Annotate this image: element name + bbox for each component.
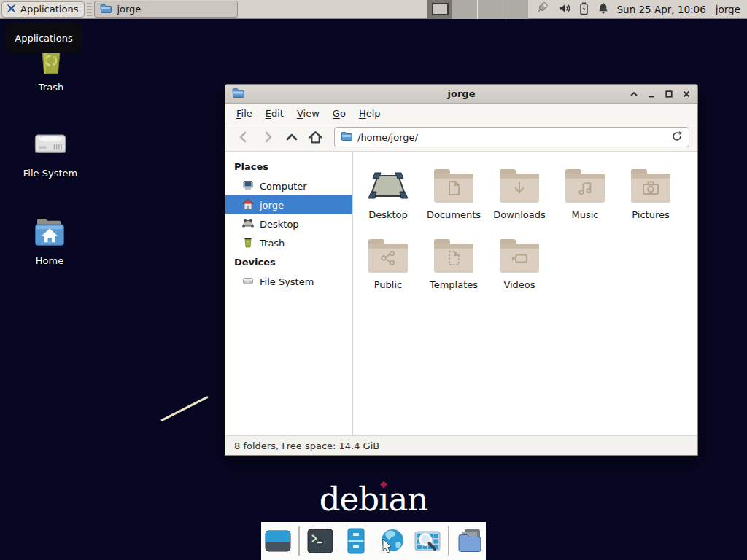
folder-item-public[interactable]: Public bbox=[355, 233, 421, 303]
music-notes-icon bbox=[565, 174, 605, 203]
menu-help[interactable]: Help bbox=[352, 105, 387, 122]
folder-icon bbox=[434, 174, 473, 203]
workspace-3[interactable] bbox=[478, 0, 503, 19]
desktop-line-artifact bbox=[160, 396, 209, 421]
applications-tooltip: Applications bbox=[6, 23, 82, 53]
menubar: File Edit View Go Help bbox=[225, 104, 697, 123]
desktop-icon-file-system[interactable]: File System bbox=[12, 125, 88, 179]
folder-icon bbox=[434, 244, 473, 273]
share-icon bbox=[368, 244, 408, 273]
maximize-button[interactable] bbox=[664, 89, 673, 98]
menu-edit[interactable]: Edit bbox=[259, 105, 290, 122]
dock-separator bbox=[448, 526, 449, 556]
forward-button[interactable] bbox=[258, 128, 277, 147]
applications-menu-button[interactable]: Applications bbox=[1, 1, 85, 18]
panel-clock[interactable]: Sun 25 Apr, 10:06 bbox=[617, 4, 706, 15]
application-finder-icon[interactable] bbox=[412, 526, 443, 556]
sidebar-item-file-system[interactable]: File System bbox=[225, 272, 352, 291]
terminal-icon[interactable] bbox=[305, 526, 336, 556]
up-button[interactable] bbox=[282, 128, 301, 147]
folder-label: Pictures bbox=[632, 209, 669, 220]
window-content: Places Computer jorge Desktop Trash Devi… bbox=[225, 152, 697, 435]
back-button[interactable] bbox=[233, 128, 253, 147]
workspace-4[interactable] bbox=[503, 0, 528, 19]
sidebar-devices-header: Devices bbox=[225, 252, 352, 272]
panel-user-actions[interactable]: jorge bbox=[716, 4, 740, 15]
folder-item-documents[interactable]: Documents bbox=[421, 163, 487, 233]
folder-item-templates[interactable]: Templates bbox=[421, 233, 487, 303]
folder-icon bbox=[368, 244, 408, 273]
menu-view[interactable]: View bbox=[290, 105, 326, 122]
toolbar: /home/jorge/ bbox=[225, 123, 697, 152]
taskbar-window-label: jorge bbox=[117, 4, 141, 15]
folder-item-downloads[interactable]: Downloads bbox=[487, 163, 552, 233]
template-document-icon bbox=[434, 244, 473, 273]
sidebar-item-trash[interactable]: Trash bbox=[225, 233, 352, 252]
desktop-icon-label: File System bbox=[23, 168, 77, 179]
workspace-window-preview bbox=[432, 3, 449, 15]
folder-label: Downloads bbox=[493, 209, 545, 220]
battery-charging-icon[interactable] bbox=[578, 1, 589, 18]
sidebar-item-desktop[interactable]: Desktop bbox=[225, 214, 352, 233]
statusbar-text: 8 folders, Free space: 14.4 GiB bbox=[234, 440, 379, 451]
workspace-1[interactable] bbox=[427, 0, 453, 19]
folder-label: Music bbox=[572, 209, 599, 220]
folder-label: Desktop bbox=[368, 209, 408, 220]
mouse-icon[interactable] bbox=[535, 1, 550, 18]
folder-label: Videos bbox=[503, 279, 535, 290]
folder-icon bbox=[631, 174, 670, 203]
menu-go[interactable]: Go bbox=[326, 105, 352, 122]
home-icon bbox=[242, 198, 254, 212]
menu-file[interactable]: File bbox=[230, 105, 259, 122]
workspace-2[interactable] bbox=[452, 0, 478, 19]
wordmark-i: ı bbox=[379, 480, 388, 518]
file-manager-window: jorge File Edit View Go Help /home/jorge… bbox=[225, 84, 698, 456]
folder-label: Public bbox=[374, 279, 402, 290]
debian-wordmark: debıan bbox=[0, 480, 747, 518]
camera-icon bbox=[631, 174, 670, 203]
folder-item-videos[interactable]: Videos bbox=[487, 233, 552, 303]
minimize-button[interactable] bbox=[646, 89, 656, 98]
tooltip-text: Applications bbox=[15, 33, 72, 44]
dock-separator bbox=[298, 526, 300, 556]
system-tray bbox=[535, 1, 610, 18]
file-manager-icon[interactable] bbox=[454, 526, 485, 556]
volume-icon[interactable] bbox=[557, 1, 571, 18]
folder-item-music[interactable]: Music bbox=[552, 163, 618, 233]
trash-icon bbox=[242, 236, 254, 250]
desktop-icon bbox=[242, 217, 254, 231]
computer-icon bbox=[242, 179, 254, 193]
panel-grip[interactable] bbox=[87, 3, 92, 16]
sidebar-item-computer[interactable]: Computer bbox=[225, 176, 352, 195]
sidebar-item-label: Trash bbox=[260, 238, 285, 249]
taskbar-window-button[interactable]: jorge bbox=[94, 1, 238, 18]
desktop-icon-home[interactable]: Home bbox=[12, 213, 88, 266]
notifications-bell-icon[interactable] bbox=[597, 1, 610, 17]
sidebar-item-label: File System bbox=[260, 276, 314, 287]
path-folder-icon bbox=[341, 131, 352, 143]
web-browser-icon[interactable] bbox=[376, 526, 407, 556]
hard-drive-icon bbox=[31, 125, 69, 164]
home-button[interactable] bbox=[306, 128, 325, 147]
folder-item-pictures[interactable]: Pictures bbox=[618, 163, 684, 233]
desktop-icon-label: Trash bbox=[39, 82, 63, 93]
folder-icon bbox=[565, 174, 605, 203]
workspace-switcher bbox=[427, 0, 528, 19]
dock bbox=[261, 522, 486, 560]
folder-item-desktop[interactable]: Desktop bbox=[355, 163, 421, 233]
desktop-icon-label: Home bbox=[36, 255, 63, 266]
sidebar-places-header: Places bbox=[225, 157, 352, 176]
window-controls bbox=[629, 89, 691, 98]
hard-drive-icon bbox=[242, 275, 254, 289]
file-cabinet-icon[interactable] bbox=[341, 526, 371, 556]
path-text[interactable]: /home/jorge/ bbox=[357, 132, 666, 143]
window-titlebar[interactable]: jorge bbox=[225, 85, 697, 104]
location-bar[interactable]: /home/jorge/ bbox=[334, 127, 689, 147]
sidebar-item-jorge[interactable]: jorge bbox=[225, 195, 352, 214]
folder-window-icon bbox=[100, 4, 112, 15]
window-icon[interactable] bbox=[263, 526, 293, 556]
shade-button[interactable] bbox=[629, 89, 638, 98]
close-button[interactable] bbox=[681, 89, 691, 98]
reload-icon[interactable] bbox=[671, 131, 683, 144]
home-folder-icon bbox=[31, 213, 69, 252]
